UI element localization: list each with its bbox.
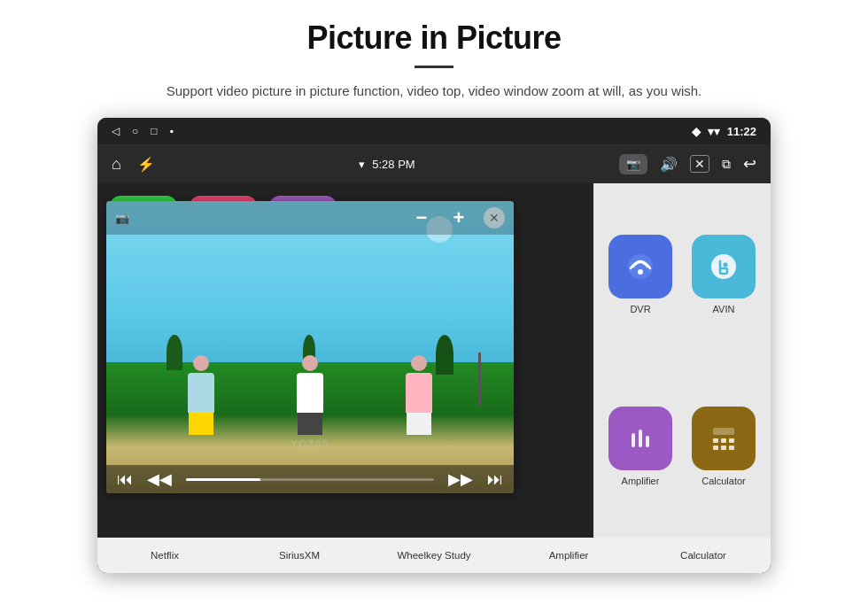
device-frame: ◁ ○ □ ▪ ◆ ▾▾ 11:22 ⌂ ⚡ ▾ 5:28 PM [97,118,771,573]
rewind-button[interactable]: ◀◀ [147,469,172,489]
dvr-icon-svg [623,249,658,284]
toolbar-time: 5:28 PM [372,158,415,171]
app-dvr[interactable]: DVR [604,194,677,355]
pip-close-button[interactable]: ✕ [484,207,505,229]
pip-window[interactable]: 📷 − + ✕ ⏮ ◀◀ ▶▶ [106,201,514,493]
avin-label: AVIN [713,304,735,314]
home-circle-icon[interactable]: ○ [132,125,138,137]
pip-plus-button[interactable]: + [446,205,471,230]
watermark: YCZ39 [291,438,329,449]
svg-rect-15 [729,445,734,450]
status-bar-right: ◆ ▾▾ 11:22 [692,125,756,138]
back-arrow-icon[interactable]: ◁ [112,125,120,137]
svg-rect-6 [639,430,642,447]
close-icon[interactable]: ✕ [690,155,709,173]
netflix-bottom-label: Netflix [151,550,179,561]
wifi-toolbar-icon: ▾ [359,158,365,171]
bottom-app-calculator: Calculator [636,546,771,564]
amplifier-icon-svg [623,421,658,456]
calculator-label: Calculator [701,476,746,486]
status-bar: ◁ ○ □ ▪ ◆ ▾▾ 11:22 [97,118,771,144]
signal-icon: ▾▾ [708,125,720,138]
page-subtitle: Support video picture in picture functio… [167,81,701,102]
svg-rect-5 [632,433,635,447]
avin-icon-box [692,235,756,298]
svg-point-1 [638,269,643,275]
toolbar-center: ▾ 5:28 PM [359,158,415,171]
figure-3 [388,355,450,435]
bottom-app-netflix: Netflix [97,546,232,564]
menu-icon[interactable]: ▪ [170,125,174,137]
progress-bar[interactable] [186,478,434,481]
home-icon[interactable]: ⌂ [112,155,121,174]
next-button[interactable]: ⏭ [487,470,503,489]
camera-icon: 📷 [626,158,640,171]
page-title: Picture in Picture [306,19,561,57]
bottom-apps-row: Netflix SiriusXM Wheelkey Study Amplifie… [97,546,771,564]
bottom-bar: Netflix SiriusXM Wheelkey Study Amplifie… [97,538,771,573]
status-bar-left: ◁ ○ □ ▪ [112,125,174,137]
avin-icon-svg [706,249,741,284]
figure-2 [279,355,341,435]
calculator-icon-svg [706,421,741,456]
app-avin[interactable]: AVIN [687,194,760,355]
svg-rect-7 [646,436,649,447]
prev-button[interactable]: ⏮ [117,470,133,489]
calculator-bottom-label: Calculator [680,550,726,561]
right-apps-grid: DVR AVIN [593,183,771,538]
video-area: 📷 − + ✕ ⏮ ◀◀ ▶▶ [97,183,593,538]
svg-rect-10 [713,438,718,443]
svg-rect-13 [713,445,718,450]
calculator-icon-box [692,407,756,470]
pole [478,352,481,406]
pip-icon[interactable]: ⧉ [722,157,731,172]
amplifier-icon-box [608,407,672,470]
video-scene [106,201,514,493]
dvr-icon-box [608,235,672,298]
bottom-app-amplifier: Amplifier [501,546,636,564]
pip-camera-icon: 📷 [115,212,129,225]
amplifier-bottom-label: Amplifier [549,550,589,561]
volume-icon[interactable]: 🔊 [660,156,678,173]
square-icon[interactable]: □ [151,125,157,137]
status-time: 11:22 [727,125,756,138]
svg-rect-9 [713,428,734,435]
app-toolbar: ⌂ ⚡ ▾ 5:28 PM 📷 🔊 ✕ ⧉ ↩ [97,144,771,183]
svg-point-2 [711,254,736,279]
title-divider [415,66,453,68]
location-icon: ◆ [692,125,701,138]
pip-controls-bar: ⏮ ◀◀ ▶▶ ⏭ [106,465,514,493]
svg-rect-11 [721,438,726,443]
progress-fill [186,478,260,481]
main-content: 📷 − + ✕ ⏮ ◀◀ ▶▶ [97,183,771,538]
svg-rect-12 [729,438,734,443]
figures [147,275,473,436]
dvr-label: DVR [630,304,650,314]
wheelkey-bottom-label: Wheelkey Study [397,550,470,561]
svg-point-3 [724,263,728,267]
toolbar-right: 📷 🔊 ✕ ⧉ ↩ [619,154,756,174]
siriusxm-bottom-label: SiriusXM [279,550,320,561]
pip-top-bar: 📷 − + ✕ [106,201,514,235]
usb-icon[interactable]: ⚡ [137,156,155,173]
bottom-app-wheelkey: Wheelkey Study [367,546,501,564]
app-amplifier[interactable]: Amplifier [604,366,677,527]
pip-minus-button[interactable]: − [409,205,434,230]
camera-button[interactable]: 📷 [619,154,647,174]
forward-button[interactable]: ▶▶ [448,469,473,489]
bottom-app-siriusxm: SiriusXM [232,546,367,564]
figure-1 [170,355,232,435]
amplifier-label: Amplifier [622,476,660,486]
svg-rect-14 [721,445,726,450]
app-calculator[interactable]: Calculator [687,366,760,527]
back-icon[interactable]: ↩ [743,154,756,174]
pip-top-controls: − + ✕ [409,205,505,230]
toolbar-left: ⌂ ⚡ [112,155,155,174]
